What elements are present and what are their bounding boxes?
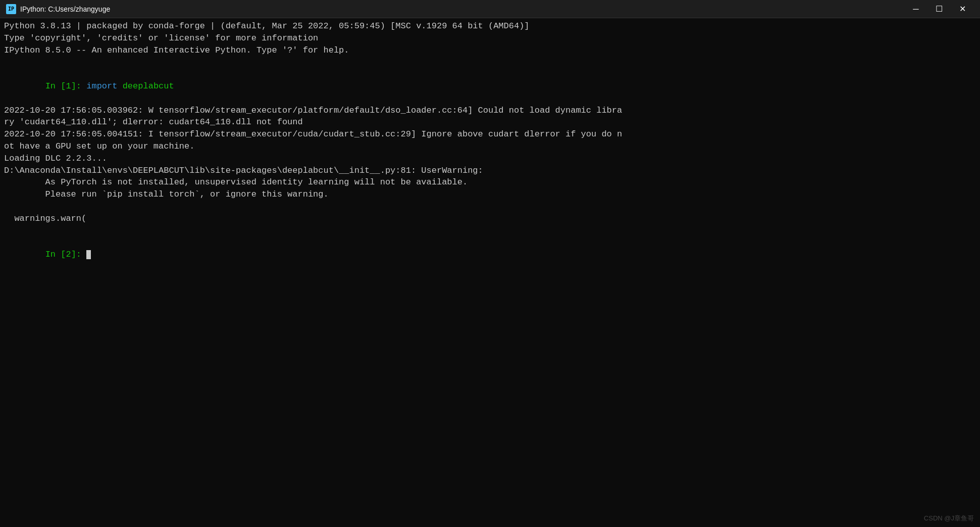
cursor <box>86 250 91 259</box>
output-line-15 <box>4 225 976 237</box>
module-name: deeplabcut <box>123 81 174 91</box>
output-line-10: D:\Anaconda\Install\envs\DEEPLABCUT\lib\… <box>4 165 976 177</box>
minimize-button[interactable]: ─ <box>904 0 927 18</box>
import-keyword: import <box>86 81 122 91</box>
title-bar: IP IPython: C:Users/zhangyuge ─ ☐ ✕ <box>0 0 980 18</box>
maximize-button[interactable]: ☐ <box>927 0 951 18</box>
output-line-3: IPython 8.5.0 -- An enhanced Interactive… <box>4 44 976 57</box>
watermark: CSDN @J章鱼哥 <box>924 514 974 523</box>
output-line-12: Please run `pip install torch`, or ignor… <box>4 188 976 201</box>
output-line-4 <box>4 56 976 68</box>
input-line-2: In [2]: <box>4 236 976 272</box>
output-line-1: Python 3.8.13 | packaged by conda-forge … <box>4 20 976 32</box>
output-line-8: ot have a GPU set up on your machine. <box>4 140 976 153</box>
output-line-6: ry 'cudart64_110.dll'; dlerror: cudart64… <box>4 116 976 128</box>
output-line-14: warnings.warn( <box>4 213 976 225</box>
terminal-area[interactable]: Python 3.8.13 | packaged by conda-forge … <box>0 18 980 527</box>
prompt-1-in: In [1]: <box>45 81 87 91</box>
window-title: IPython: C:Users/zhangyuge <box>20 5 904 13</box>
output-line-9: Loading DLC 2.2.3... <box>4 153 976 165</box>
output-line-11: As PyTorch is not installed, unsupervise… <box>4 176 976 188</box>
output-line-13 <box>4 201 976 213</box>
app-icon: IP <box>6 4 16 14</box>
input-line-1: In [1]: import deeplabcut <box>4 68 976 104</box>
window-controls: ─ ☐ ✕ <box>904 0 974 18</box>
prompt-2-in: In [2]: <box>45 250 87 259</box>
terminal-content: Python 3.8.13 | packaged by conda-forge … <box>4 20 976 525</box>
close-button[interactable]: ✕ <box>951 0 974 18</box>
main-window: IP IPython: C:Users/zhangyuge ─ ☐ ✕ Pyth… <box>0 0 980 527</box>
output-line-7: 2022-10-20 17:56:05.004151: I tensorflow… <box>4 128 976 140</box>
output-line-5: 2022-10-20 17:56:05.003962: W tensorflow… <box>4 105 976 117</box>
output-line-2: Type 'copyright', 'credits' or 'license'… <box>4 32 976 44</box>
